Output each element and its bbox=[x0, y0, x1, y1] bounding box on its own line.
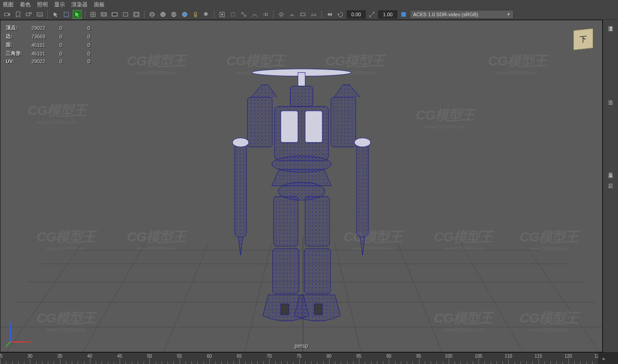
xray-joints-icon[interactable] bbox=[239, 10, 248, 19]
svg-text:x: x bbox=[29, 339, 31, 344]
menu-view[interactable]: 视图 bbox=[3, 1, 14, 9]
svg-point-17 bbox=[182, 12, 187, 17]
cursor-icon[interactable] bbox=[51, 10, 60, 19]
viewport-toolbar: AA ACES 1.0 SDR-video (sRGB) ▼ bbox=[0, 9, 618, 20]
axis-gizmo: x z bbox=[5, 320, 32, 347]
viewport[interactable]: CG模型王www.CGMXW.com CG模型王www.CGMXW.com CG… bbox=[0, 20, 603, 352]
time-slider[interactable]: 2530354045505560657075808590951001051101… bbox=[0, 352, 618, 364]
svg-rect-64 bbox=[304, 248, 330, 293]
separator bbox=[214, 10, 214, 18]
main-area: CG模型王www.CGMXW.com CG模型王www.CGMXW.com CG… bbox=[0, 20, 618, 352]
color-chip-icon[interactable] bbox=[399, 10, 408, 19]
svg-line-46 bbox=[524, 244, 601, 352]
side-panel: 通道 选 显示 层 bbox=[603, 20, 618, 352]
menu-lighting[interactable]: 照明 bbox=[37, 1, 48, 9]
panel-tab-display[interactable]: 显示 bbox=[607, 169, 614, 170]
separator bbox=[47, 10, 48, 18]
viewport-menubar: 视图 着色 照明 显示 渲染器 面板 bbox=[0, 0, 618, 9]
svg-rect-65 bbox=[281, 304, 289, 314]
viewcube-face[interactable]: 下 bbox=[573, 28, 593, 51]
hud-row-tris: 三角形:4510100 bbox=[6, 50, 115, 57]
panel-tab-channel[interactable]: 通道 bbox=[607, 22, 614, 23]
exposure-icon[interactable] bbox=[277, 10, 286, 19]
safe-action-icon[interactable] bbox=[132, 10, 141, 19]
svg-point-18 bbox=[194, 12, 197, 15]
bookmark-icon[interactable] bbox=[14, 10, 23, 19]
textured-icon[interactable] bbox=[180, 10, 189, 19]
xray-icon[interactable] bbox=[228, 10, 237, 19]
rewind-icon[interactable] bbox=[325, 10, 334, 19]
svg-rect-66 bbox=[314, 304, 322, 314]
aa-icon[interactable]: AA bbox=[309, 10, 318, 19]
svg-point-28 bbox=[265, 13, 268, 16]
marquee-icon[interactable] bbox=[62, 10, 71, 19]
svg-rect-55 bbox=[247, 97, 272, 147]
svg-rect-8 bbox=[113, 14, 116, 15]
svg-rect-32 bbox=[401, 12, 406, 17]
svg-point-2 bbox=[30, 12, 32, 14]
gamma-icon[interactable] bbox=[288, 10, 297, 19]
wireframe-icon[interactable] bbox=[148, 10, 157, 19]
chevron-down-icon: ▼ bbox=[506, 12, 511, 17]
shaded-wire-icon[interactable] bbox=[169, 10, 178, 19]
svg-rect-52 bbox=[305, 111, 322, 142]
svg-line-26 bbox=[243, 14, 245, 15]
shadows-icon[interactable] bbox=[202, 10, 211, 19]
menu-panels[interactable]: 面板 bbox=[94, 1, 105, 9]
camera-settings-icon[interactable] bbox=[24, 10, 33, 19]
svg-rect-51 bbox=[281, 111, 298, 142]
watermark: CG模型王www.CGMXW.com bbox=[520, 228, 578, 251]
svg-rect-1 bbox=[26, 13, 30, 16]
svg-text:z: z bbox=[9, 320, 11, 325]
menu-show[interactable]: 显示 bbox=[54, 1, 65, 9]
hud-row-uvs: UV:2902200 bbox=[6, 58, 115, 65]
watermark: CG模型王www.CGMXW.com bbox=[520, 309, 578, 332]
svg-point-15 bbox=[172, 12, 176, 17]
grid-icon[interactable] bbox=[88, 10, 98, 19]
svg-rect-9 bbox=[123, 13, 128, 16]
watermark: CG模型王www.CGMXW.com bbox=[127, 228, 186, 251]
watermark: CG模型王www.CGMXW.com bbox=[434, 228, 493, 251]
svg-rect-56 bbox=[331, 97, 356, 147]
select-camera-icon[interactable] bbox=[3, 10, 12, 19]
view-cube[interactable]: 下 bbox=[571, 27, 596, 52]
svg-point-22 bbox=[221, 14, 223, 15]
svg-rect-11 bbox=[135, 13, 138, 16]
scale-value-input[interactable] bbox=[378, 10, 397, 18]
watermark: CG模型王www.CGMXW.com bbox=[416, 106, 474, 129]
svg-rect-48 bbox=[298, 72, 305, 86]
time-track[interactable]: 2530354045505560657075808590951001051101… bbox=[0, 353, 598, 364]
isolate-icon[interactable] bbox=[218, 10, 227, 19]
spin-icon[interactable] bbox=[336, 10, 345, 19]
scroll-right-icon[interactable]: ▸ bbox=[598, 353, 610, 364]
use-lights-icon[interactable] bbox=[191, 10, 200, 19]
separator bbox=[85, 10, 85, 18]
separator bbox=[144, 10, 144, 18]
panel-tab-layer[interactable]: 层 bbox=[607, 180, 614, 180]
menu-shading[interactable]: 着色 bbox=[20, 1, 31, 9]
svg-point-29 bbox=[280, 13, 283, 16]
menu-renderer[interactable]: 渲染器 bbox=[71, 1, 88, 9]
separator bbox=[321, 10, 322, 18]
highlight-select-icon[interactable] bbox=[73, 10, 82, 19]
svg-point-12 bbox=[150, 12, 154, 17]
svg-rect-57 bbox=[235, 142, 246, 237]
mesh-robot[interactable] bbox=[184, 47, 419, 336]
panel-tab-select[interactable]: 选 bbox=[607, 96, 614, 97]
gate-mask-icon[interactable] bbox=[110, 10, 119, 19]
scale-icon[interactable] bbox=[367, 10, 376, 19]
svg-rect-23 bbox=[231, 13, 235, 16]
shaded-icon[interactable] bbox=[158, 10, 167, 19]
image-plane-icon[interactable] bbox=[35, 10, 44, 19]
watermark: CG模型王www.CGMXW.com bbox=[37, 228, 95, 251]
colorspace-dropdown[interactable]: ACES 1.0 SDR-video (sRGB) ▼ bbox=[410, 10, 514, 19]
svg-rect-30 bbox=[301, 13, 305, 16]
view-transform-icon[interactable] bbox=[298, 10, 307, 19]
resolution-gate-icon[interactable] bbox=[121, 10, 130, 19]
svg-rect-4 bbox=[64, 12, 69, 17]
motion-trail-icon[interactable] bbox=[250, 10, 259, 19]
spin-value-input[interactable] bbox=[347, 10, 366, 18]
film-gate-icon[interactable] bbox=[99, 10, 108, 19]
hud-row-edges: 边:7366900 bbox=[6, 32, 115, 40]
ghosting-icon[interactable] bbox=[261, 10, 270, 19]
